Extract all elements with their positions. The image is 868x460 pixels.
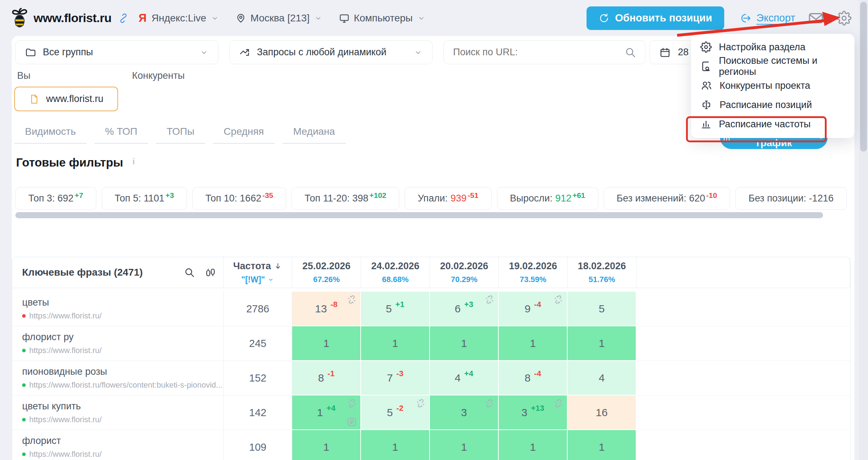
url-search-box[interactable] xyxy=(443,40,645,64)
date-column-header-4[interactable]: 19.02.202673.59% xyxy=(499,257,568,288)
filter-chip-3[interactable]: Топ 10: 1662-35 xyxy=(192,187,286,210)
groups-filter-dropdown[interactable]: Все группы xyxy=(15,40,218,64)
region-selector[interactable]: Москва [213] xyxy=(235,12,327,24)
update-positions-button[interactable]: Обновить позиции xyxy=(587,6,724,30)
keyword-cell[interactable]: пионовидные розыhttps://www.florist.ru/f… xyxy=(12,361,224,395)
position-cell-r5-c3[interactable]: 1 xyxy=(430,430,499,460)
position-value: 4 xyxy=(599,372,605,384)
position-cell-r4-c5[interactable]: 16 xyxy=(568,395,636,430)
chevron-down-icon xyxy=(417,14,426,22)
keyword-cell[interactable]: цветыhttps://www.florist.ru/ xyxy=(12,292,224,326)
menu-item-5[interactable]: Расписание частоты xyxy=(691,114,854,134)
info-icon[interactable]: i xyxy=(132,156,135,167)
position-cell-r5-c2[interactable]: 1 xyxy=(361,430,430,460)
position-cell-r2-c4[interactable]: 1 xyxy=(499,326,568,361)
your-site-chip[interactable]: www.florist.ru xyxy=(14,87,118,111)
tab-2[interactable]: % ТОП xyxy=(95,126,148,144)
broken-link-icon xyxy=(484,398,495,409)
filter-chip-2[interactable]: Топ 5: 1101+3 xyxy=(102,187,187,210)
keyword-text: цветы купить xyxy=(22,401,223,412)
export-link[interactable]: Экспорт xyxy=(740,12,795,24)
position-delta: +4 xyxy=(464,369,473,378)
filter-chip-4[interactable]: Топ 11-20: 398+102 xyxy=(291,187,399,210)
horizontal-scrollbar[interactable] xyxy=(15,212,823,218)
position-cell-r5-c1[interactable]: 1 xyxy=(292,430,361,460)
tab-1[interactable]: Видимость xyxy=(14,126,87,144)
columns-icon[interactable] xyxy=(205,267,216,278)
filter-chip-8[interactable]: Без позиции: -1216 xyxy=(735,187,847,210)
frequency-column-header[interactable]: Частота"[!W]" xyxy=(224,257,292,288)
position-cell-r5-c5[interactable]: 1 xyxy=(568,430,636,460)
position-cell-r3-c4[interactable]: 8-4 xyxy=(499,361,568,395)
green-status-dot xyxy=(22,453,26,456)
location-pin-icon xyxy=(235,13,246,24)
filter-chip-6[interactable]: Выросли:912+61 xyxy=(497,187,598,210)
position-cell-r1-c5[interactable]: 5 xyxy=(568,292,636,326)
position-cell-r1-c3[interactable]: 6+3 xyxy=(430,292,499,326)
position-cell-r2-c1[interactable]: 1 xyxy=(292,326,361,361)
tab-3[interactable]: ТОПы xyxy=(156,126,205,144)
menu-item-label: Конкуренты проекта xyxy=(720,80,810,91)
date-column-header-1[interactable]: 25.02.202667.26% xyxy=(292,257,361,288)
position-cell-r4-c1[interactable]: 1+4 xyxy=(292,395,361,430)
position-value: 9 xyxy=(524,303,531,315)
keyword-text: флорист ру xyxy=(22,332,223,343)
tab-4[interactable]: Средняя xyxy=(213,126,275,144)
device-selector[interactable]: Компьютеры xyxy=(339,12,430,24)
chevron-down-icon xyxy=(267,276,274,283)
date-column-header-2[interactable]: 24.02.202668.68% xyxy=(361,257,430,288)
position-value: 8 xyxy=(318,372,324,384)
position-value: 5 xyxy=(387,407,393,419)
position-cell-r4-c2[interactable]: 5-2 xyxy=(361,395,430,430)
filter-chip-7[interactable]: Без изменений: 620-10 xyxy=(604,187,730,210)
position-value: 1 xyxy=(461,337,467,349)
position-cell-r3-c1[interactable]: 8-1 xyxy=(292,361,361,395)
menu-item-2[interactable]: Поисковые системы и регионы xyxy=(691,57,854,76)
link-icon[interactable] xyxy=(118,12,129,24)
chevron-down-icon xyxy=(199,48,209,57)
date-column-header-5[interactable]: 18.02.202651.76% xyxy=(568,257,636,288)
position-value: 1 xyxy=(392,441,398,453)
gear-icon[interactable] xyxy=(837,11,852,26)
mail-icon[interactable] xyxy=(808,12,824,25)
position-cell-r4-c3[interactable]: 3 xyxy=(430,395,499,430)
search-icon[interactable] xyxy=(184,267,195,278)
dynamics-filter-label: Запросы с любой динамикой xyxy=(257,47,386,58)
position-cell-r2-c2[interactable]: 1 xyxy=(361,326,430,361)
position-cell-r2-c5[interactable]: 1 xyxy=(568,326,636,361)
position-cell-r1-c4[interactable]: 9-4 xyxy=(499,292,568,326)
refresh-icon xyxy=(599,13,609,24)
topbar: www.florist.ru Я Яндекс:Live Москва [213… xyxy=(0,0,868,36)
calendar-icon xyxy=(659,47,671,58)
vertical-scrollbar-thumb[interactable] xyxy=(860,2,867,152)
frequency-filter-selector[interactable]: "[!W]" xyxy=(241,275,274,285)
position-cell-r3-c3[interactable]: 4+4 xyxy=(430,361,499,395)
tab-5[interactable]: Медиана xyxy=(283,126,346,144)
position-cell-r1-c2[interactable]: 5+1 xyxy=(361,292,430,326)
keyword-cell[interactable]: флористhttps://www.florist.ru/ xyxy=(12,430,224,460)
search-engine-selector[interactable]: Яндекс:Live xyxy=(152,12,223,24)
ready-filters-title: Готовые фильтры i xyxy=(16,156,135,169)
your-site-label: www.florist.ru xyxy=(46,93,103,104)
keywords-header-label: Ключевые фразы (2471) xyxy=(22,267,143,278)
position-cell-r3-c5[interactable]: 4 xyxy=(568,361,636,395)
date-column-header-3[interactable]: 20.02.202670.29% xyxy=(430,257,499,288)
position-cell-r4-c4[interactable]: 3+13 xyxy=(499,395,568,430)
position-cell-r2-c3[interactable]: 1 xyxy=(430,326,499,361)
position-cell-r5-c4[interactable]: 1 xyxy=(499,430,568,460)
filter-chip-5[interactable]: Упали:939-51 xyxy=(405,187,491,210)
date-label: 18.02.2026 xyxy=(578,261,626,272)
filter-chip-1[interactable]: Топ 3: 692+7 xyxy=(15,187,96,210)
url-search-input[interactable] xyxy=(452,46,624,58)
position-delta: -4 xyxy=(534,369,541,378)
keyword-cell[interactable]: флорист руhttps://www.florist.ru/ xyxy=(12,326,224,361)
menu-item-1[interactable]: Настройка раздела xyxy=(691,37,854,57)
menu-item-3[interactable]: Конкуренты проекта xyxy=(691,76,854,95)
menu-item-4[interactable]: Расписание позиций xyxy=(691,95,854,114)
settings-dropdown-menu: Настройка разделаПоисковые системы и рег… xyxy=(691,34,854,138)
search-icon[interactable] xyxy=(624,46,636,58)
dynamics-filter-dropdown[interactable]: Запросы с любой динамикой xyxy=(229,40,432,64)
keyword-cell[interactable]: цветы купитьhttps://www.florist.ru/ xyxy=(12,395,224,430)
position-cell-r1-c1[interactable]: 13-8 xyxy=(292,292,361,326)
position-cell-r3-c2[interactable]: 7-3 xyxy=(361,361,430,395)
